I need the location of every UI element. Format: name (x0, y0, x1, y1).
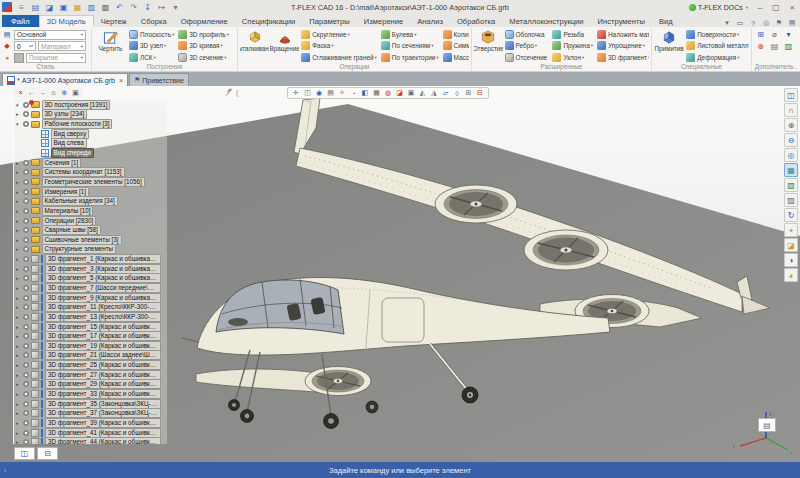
copy-button[interactable]: Копия (442, 29, 469, 40)
visibility-eye-icon[interactable] (23, 343, 29, 349)
visibility-eye-icon[interactable] (23, 362, 29, 368)
tree-expander[interactable]: ▸ (16, 208, 23, 214)
sheet-metal-button[interactable]: Листовой металл▾ (685, 40, 749, 51)
visibility-eye-icon[interactable] (23, 391, 29, 397)
tree-item-materials[interactable]: ▸ Материалы [10] (14, 206, 167, 216)
tree-item-fragment-17[interactable]: ▸ 3D фрагмент_17 (Каркас и обшивка\А... (14, 331, 167, 341)
viewport-3d[interactable]: x y z ×←→⌂⊕▣ ( ✛◫◉▤☀◔◧▦◍◪▣◭◮▱◊⊞⊟ ◫∩⊕⊖◎▦▧… (0, 86, 800, 462)
panel-collapse-handle[interactable]: ( (236, 88, 239, 97)
tree-item-fragment-35[interactable]: ▸ 3D фрагмент_35 (Законцовка\ЗКЦ-3-0... (14, 399, 167, 409)
tree-expander[interactable]: ▾ (16, 102, 23, 108)
tree-expander[interactable]: ▸ (16, 295, 23, 301)
render-sphere-icon[interactable]: ◕ (784, 268, 798, 282)
analysis-icon[interactable]: ▨ (785, 42, 793, 51)
visibility-eye-icon[interactable] (23, 189, 29, 195)
tree-expander[interactable]: ▸ (16, 381, 23, 387)
tree-item-coordinate-systems[interactable]: ▸ Системы координат [1153] (14, 167, 167, 177)
tree-expander[interactable]: ▸ (16, 237, 23, 243)
tree-expander[interactable]: ▸ (16, 439, 23, 444)
tree-item-fragment-7[interactable]: ▸ 3D фрагмент_7 (Шасси передние\ШП-... (14, 283, 167, 293)
grid-icon[interactable]: ▦ (372, 89, 382, 97)
fastener-icon[interactable]: ▾ (786, 30, 790, 39)
tree-expander[interactable]: ▸ (16, 275, 23, 281)
page-layout-icon[interactable]: ◫ (784, 88, 798, 102)
draft-button[interactable]: Уклон▾ (551, 52, 596, 63)
flag-icon[interactable]: ⚑ (774, 19, 784, 27)
surfaces-button[interactable]: Поверхности▾ (685, 29, 749, 40)
feedback-icon[interactable]: ▤ (787, 19, 797, 27)
tree-item-fragment-37[interactable]: ▸ 3D фрагмент_37 (Законцовка\ЗКЦ-4-0... (14, 409, 167, 419)
bounds-icon[interactable]: ▣ (406, 89, 416, 97)
tree-expander[interactable]: ▸ (16, 333, 23, 339)
rotor-2[interactable] (524, 230, 608, 270)
tree-expander[interactable]: ▸ (16, 401, 23, 407)
coating-swatch[interactable] (14, 53, 24, 63)
select-mode-icon[interactable]: ✛ (291, 89, 301, 97)
pipe-icon[interactable]: ▤ (771, 42, 779, 51)
maximize-button[interactable]: ▢ (769, 2, 783, 13)
select-vertices-icon[interactable]: ▨ (784, 193, 798, 207)
visibility-eye-icon[interactable] (23, 439, 29, 444)
tree-item-3d-nodes[interactable]: ▸ 3D узлы [234] (14, 110, 167, 120)
tree-item-fragment-9[interactable]: ▸ 3D фрагмент_9 (Каркас и обшивка\АЭ... (14, 293, 167, 303)
shell-button[interactable]: Оболочка (504, 29, 552, 40)
tree-expander[interactable]: ▸ (16, 324, 23, 330)
loft-button[interactable]: По сечениям▾ (380, 40, 442, 51)
diamond-icon[interactable]: ◊ (452, 90, 462, 97)
wrench-icon[interactable] (224, 88, 233, 97)
tree-expander[interactable]: ▸ (16, 285, 23, 291)
perspective-icon[interactable]: ▤ (326, 89, 336, 97)
page-landscape-icon[interactable]: ◫ (14, 447, 35, 460)
visibility-eye-icon[interactable] (23, 324, 29, 330)
tree-item-structural-elements[interactable]: ▸ Структурные элементы (14, 245, 167, 255)
tree-item-fragment-15[interactable]: ▸ 3D фрагмент_15 (Каркас и обшивка\А... (14, 322, 167, 332)
world-icon[interactable]: ⊕ (60, 89, 69, 97)
section-a-icon[interactable]: ◭ (418, 89, 428, 97)
tree-expander[interactable]: ▸ (16, 169, 23, 175)
add-view-icon[interactable]: ⊞ (464, 89, 474, 97)
visibility-eye-icon[interactable] (23, 420, 29, 426)
shaded-icon[interactable]: ◉ (314, 89, 324, 97)
edit-document-icon[interactable]: ◪ (43, 2, 56, 13)
spring-button[interactable]: Пружина▾ (551, 40, 596, 51)
plane-view-icon[interactable]: ▱ (441, 89, 451, 97)
materials-icon[interactable]: ◍ (383, 89, 393, 97)
tree-expander[interactable]: ▸ (16, 352, 23, 358)
tree-item-fragment-21[interactable]: ▸ 3D фрагмент_21 (Шасси заднее\ШЗ-6-... (14, 351, 167, 361)
visibility-eye-icon[interactable] (23, 295, 29, 301)
tree-expander[interactable]: ▸ (16, 266, 23, 272)
select-faces-icon[interactable]: ▦ (784, 163, 798, 177)
tab-close-icon[interactable]: × (119, 77, 123, 84)
clipping-icon[interactable]: ◪ (784, 238, 798, 252)
visibility-eye-icon[interactable] (23, 275, 29, 281)
rotate-view-icon[interactable]: ↻ (784, 208, 798, 222)
material-select[interactable]: Материал▾ (38, 41, 86, 51)
zoom-window-icon[interactable]: ◎ (784, 148, 798, 162)
face-blend-button[interactable]: Сглаживание граней▾ (300, 52, 380, 63)
visibility-eye-icon[interactable] (23, 208, 29, 214)
zoom-in-icon[interactable]: ⊕ (784, 118, 798, 132)
page-portrait-icon[interactable]: ⊟ (37, 447, 58, 460)
visibility-eye-icon[interactable] (23, 198, 29, 204)
tree-expander[interactable]: ▸ (16, 343, 23, 349)
measure-icon[interactable]: ↦ (155, 2, 168, 13)
visibility-eye-icon[interactable] (23, 121, 29, 127)
primitive-button[interactable]: Примитив (654, 29, 684, 63)
coating-select[interactable]: Покрытие▾ (26, 53, 86, 63)
tree-item-stitch-elements[interactable]: ▸ Сшивочные элементы [3] (14, 235, 167, 245)
boolean-button[interactable]: Булева▾ (380, 29, 442, 40)
close-panel-icon[interactable]: × (16, 89, 25, 96)
tflex-docs-button[interactable]: T-FLEX DOCs▾ (686, 4, 751, 11)
tree-expander[interactable]: ▸ (16, 410, 23, 416)
save-icon[interactable]: ▥ (85, 2, 98, 13)
3d-node-button[interactable]: 3D узел▾ (128, 40, 177, 51)
level-spinner[interactable]: 0▴▾ (14, 41, 36, 51)
tree-expander[interactable]: ▸ (16, 372, 23, 378)
open-folder-icon[interactable]: ▦ (71, 2, 84, 13)
tree-item-fragment-39[interactable]: ▸ 3D фрагмент_39 (Каркас и обшивка\А... (14, 418, 167, 428)
rib-button[interactable]: Ребро▾ (504, 40, 552, 51)
symmetry-button[interactable]: Симметрия (442, 40, 469, 51)
section-b-icon[interactable]: ◮ (429, 89, 439, 97)
tree-expander[interactable]: ▸ (16, 246, 23, 252)
deformation-button[interactable]: Деформация▾ (685, 52, 749, 63)
